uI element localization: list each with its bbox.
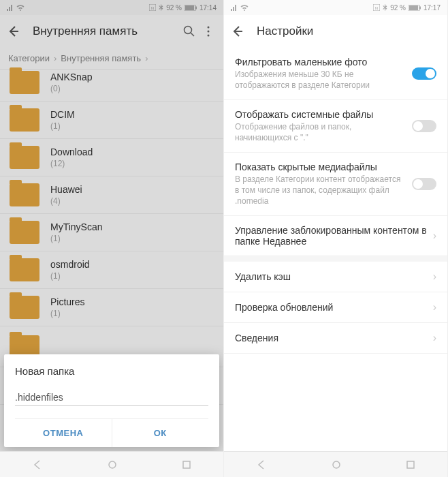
setting-title: Отображать системные файлы (235, 109, 405, 120)
svg-rect-16 (419, 6, 421, 9)
setting-title: Управление заблокированным контентом в п… (235, 225, 428, 247)
nav-home-icon[interactable] (108, 460, 117, 470)
chevron-right-icon: › (433, 271, 436, 283)
folder-name-input[interactable] (15, 389, 208, 406)
clock-text: 17:17 (423, 4, 441, 12)
setting-subtitle: Изображения меньше 30 КБ не отображаются… (235, 70, 405, 91)
chevron-right-icon: › (433, 332, 436, 344)
nav-recent-icon[interactable] (182, 460, 191, 470)
setting-hidden-media[interactable]: Показать скрытые медиафайлы В разделе Ка… (224, 153, 447, 216)
back-button[interactable] (229, 23, 246, 40)
setting-title: Показать скрытые медиафайлы (235, 161, 405, 172)
svg-rect-18 (407, 461, 414, 468)
battery-text: 92 % (390, 4, 406, 12)
setting-title: Фильтровать маленькие фото (235, 57, 405, 67)
setting-about[interactable]: Сведения › (224, 323, 447, 354)
status-bar: N 92 % 17:17 (224, 0, 447, 15)
phone-left: N 92 % 17:14 Внутренняя память Категории… (0, 0, 224, 477)
nav-home-icon[interactable] (332, 460, 341, 470)
setting-check-updates[interactable]: Проверка обновлений › (224, 292, 447, 323)
nav-bar (0, 451, 223, 477)
setting-title: Сведения (235, 333, 428, 343)
chevron-right-icon: › (433, 230, 436, 242)
page-title: Настройки (257, 25, 442, 38)
toggle-switch[interactable] (412, 178, 436, 190)
signal-icon (231, 4, 238, 11)
dialog-title: Новая папка (15, 365, 208, 377)
nfc-icon: N (373, 4, 380, 11)
arrow-left-icon (231, 25, 244, 38)
toggle-switch[interactable] (412, 120, 436, 132)
nav-back-icon[interactable] (256, 459, 267, 470)
setting-subtitle: В разделе Категории контент отображается… (235, 174, 405, 206)
svg-point-17 (333, 461, 340, 468)
cancel-button[interactable]: ОТМЕНА (15, 419, 112, 447)
wifi-icon (240, 4, 249, 11)
nav-recent-icon[interactable] (406, 460, 415, 470)
setting-subtitle: Отображение файлов и папок, начинающихся… (235, 122, 405, 143)
new-folder-dialog: Новая папка ОТМЕНА ОК (4, 354, 219, 447)
svg-rect-11 (183, 461, 190, 468)
setting-title: Проверка обновлений (235, 302, 428, 313)
svg-rect-15 (409, 5, 418, 10)
setting-blocked-content[interactable]: Управление заблокированным контентом в п… (224, 216, 447, 256)
setting-clear-cache[interactable]: Удалить кэш › (224, 256, 447, 292)
setting-system-files[interactable]: Отображать системные файлы Отображение ф… (224, 100, 447, 153)
svg-text:N: N (375, 6, 378, 10)
setting-title: Удалить кэш (235, 271, 428, 282)
phone-right: N 92 % 17:17 Настройки Фильтровать мален… (224, 0, 448, 477)
chevron-right-icon: › (433, 301, 436, 313)
setting-filter-small-photos[interactable]: Фильтровать маленькие фото Изображения м… (224, 48, 447, 100)
settings-list: Фильтровать маленькие фото Изображения м… (224, 48, 447, 354)
nav-back-icon[interactable] (32, 459, 43, 470)
svg-point-10 (109, 461, 116, 468)
toggle-switch[interactable] (412, 67, 436, 80)
battery-icon (409, 5, 421, 11)
appbar: Настройки (224, 15, 447, 48)
nav-bar (224, 451, 447, 477)
bluetooth-icon (383, 4, 387, 11)
ok-button[interactable]: ОК (112, 419, 209, 447)
